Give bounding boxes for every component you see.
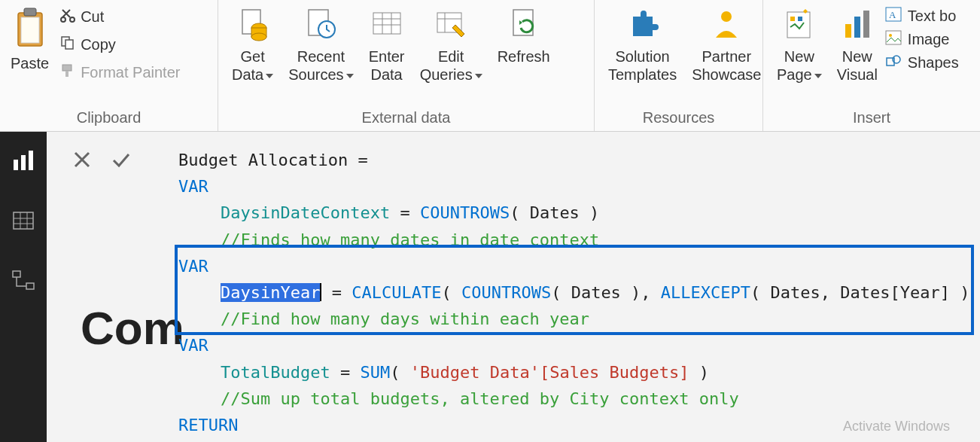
- paste-button[interactable]: Paste: [6, 4, 53, 75]
- refresh-icon: [506, 7, 542, 43]
- get-data-label: Get Data: [232, 48, 265, 83]
- partner-showcase-button[interactable]: Partner Showcase: [684, 4, 768, 84]
- image-icon: [885, 30, 902, 49]
- svg-rect-29: [845, 24, 851, 38]
- group-label-insert: Insert: [769, 106, 974, 131]
- paintbrush-icon: [59, 62, 76, 83]
- edit-queries-label: Edit Queries: [420, 48, 473, 83]
- model-view-button[interactable]: [8, 266, 38, 296]
- image-button[interactable]: Image: [885, 30, 959, 49]
- svg-rect-6: [65, 40, 73, 49]
- chart-icon: [839, 7, 875, 43]
- svg-point-35: [889, 34, 892, 37]
- dax-fn: CALCULATE: [352, 283, 441, 302]
- svg-rect-31: [863, 11, 869, 38]
- group-label-external: External data: [224, 106, 588, 131]
- svg-point-13: [251, 33, 266, 41]
- new-visual-button[interactable]: New Visual: [829, 4, 885, 84]
- svg-rect-39: [21, 155, 26, 170]
- format-painter-label: Format Painter: [81, 64, 180, 81]
- text-box-label: Text bo: [908, 8, 956, 25]
- svg-rect-27: [790, 17, 795, 21]
- shapes-icon: [885, 53, 902, 72]
- table-ref: Dates: [771, 283, 820, 302]
- edit-queries-button[interactable]: Edit Queries: [412, 4, 490, 84]
- recent-sources-button[interactable]: Recent Sources: [281, 4, 361, 84]
- enter-data-label: Enter Data: [369, 47, 405, 84]
- dax-keyword-var: VAR: [178, 177, 208, 196]
- comment-3: //Sum up total budgets, altered by City …: [221, 389, 739, 408]
- data-view-button[interactable]: [8, 206, 38, 236]
- enter-data-icon: [369, 7, 405, 43]
- clipboard-icon: [14, 7, 47, 52]
- copy-icon: [59, 35, 76, 55]
- dax-fn: ALLEXCEPT: [661, 283, 750, 302]
- report-heading-truncated: Com: [81, 301, 184, 355]
- activate-windows-watermark: Activate Windows: [843, 419, 950, 434]
- svg-point-4: [70, 17, 75, 22]
- dropdown-caret-icon: [266, 74, 273, 78]
- enter-data-button[interactable]: Enter Data: [361, 4, 412, 84]
- formula-cancel-button[interactable]: [69, 147, 95, 172]
- dax-keyword-var: VAR: [178, 336, 208, 355]
- svg-rect-26: [787, 12, 810, 38]
- partner-showcase-label: Partner Showcase: [692, 47, 761, 84]
- format-painter-button[interactable]: Format Painter: [56, 61, 183, 84]
- var-name-3: TotalBudget: [221, 363, 330, 382]
- text-box-button[interactable]: A Text bo: [885, 7, 959, 26]
- view-sidebar: [0, 132, 47, 442]
- new-page-icon: [781, 7, 817, 43]
- column-ref: Dates[Year]: [840, 283, 950, 302]
- new-page-button[interactable]: New Page: [769, 4, 829, 84]
- new-page-label: New Page: [777, 48, 814, 83]
- cut-button[interactable]: Cut: [56, 5, 183, 29]
- svg-rect-40: [29, 151, 33, 170]
- refresh-button[interactable]: Refresh: [490, 4, 558, 66]
- paste-label: Paste: [11, 55, 49, 72]
- refresh-label: Refresh: [498, 47, 550, 66]
- table-ref: Dates: [530, 203, 580, 222]
- formula-measure-name: Budget Allocation =: [178, 151, 378, 169]
- dax-fn: COUNTROWS: [420, 203, 510, 222]
- var-name-1: DaysinDateContext: [221, 203, 390, 222]
- copy-button[interactable]: Copy: [56, 33, 183, 56]
- var-name-2-selected: DaysinYear: [221, 283, 320, 302]
- text-box-icon: A: [885, 7, 902, 26]
- puzzle-icon: [625, 7, 661, 43]
- copy-label: Copy: [81, 36, 116, 53]
- formula-commit-button[interactable]: [108, 147, 134, 172]
- ribbon-group-insert: New Page New Visual A Text bo Image: [763, 0, 980, 131]
- cut-label: Cut: [81, 8, 104, 26]
- scissors-icon: [59, 7, 76, 27]
- text-cursor: [320, 283, 321, 301]
- svg-rect-1: [21, 17, 39, 43]
- edit-queries-icon: [433, 7, 469, 43]
- group-label-resources: Resources: [601, 106, 756, 131]
- recent-sources-label: Recent Sources: [288, 48, 345, 83]
- formula-editor[interactable]: Budget Allocation = VAR DaysinDateContex…: [178, 147, 974, 438]
- report-view-button[interactable]: [8, 145, 38, 175]
- workspace: Com Budget Allocation = VAR DaysinDateCo…: [0, 132, 980, 442]
- get-data-button[interactable]: Get Data: [224, 4, 281, 84]
- svg-rect-2: [24, 8, 36, 16]
- svg-rect-8: [65, 71, 68, 77]
- report-canvas: Com Budget Allocation = VAR DaysinDateCo…: [47, 132, 980, 442]
- svg-rect-7: [62, 65, 72, 71]
- comment-2: //Find how many days within each year: [221, 309, 589, 328]
- dax-keyword-return: RETURN: [178, 416, 238, 434]
- svg-rect-47: [26, 283, 34, 289]
- solution-templates-label: Solution Templates: [608, 47, 677, 84]
- svg-rect-16: [373, 13, 400, 34]
- svg-rect-38: [14, 160, 18, 170]
- table-ref: Dates: [571, 283, 621, 302]
- svg-rect-34: [886, 31, 901, 44]
- svg-point-25: [721, 11, 732, 22]
- dropdown-caret-icon: [475, 74, 482, 78]
- group-label-clipboard: Clipboard: [6, 106, 212, 131]
- shapes-button[interactable]: Shapes: [885, 53, 959, 72]
- ribbon-group-external: Get Data Recent Sources Enter Data Edit …: [218, 0, 595, 131]
- svg-text:A: A: [889, 9, 896, 20]
- dropdown-caret-icon: [346, 74, 354, 78]
- solution-templates-button[interactable]: Solution Templates: [601, 4, 684, 84]
- dropdown-caret-icon: [814, 74, 822, 78]
